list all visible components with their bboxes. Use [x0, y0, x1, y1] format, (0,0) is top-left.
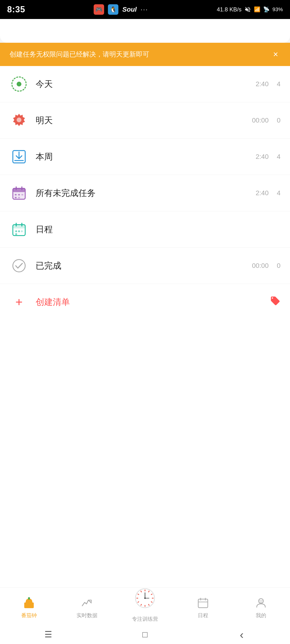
game-app-icon: 🎮 [94, 4, 104, 15]
notification-close-button[interactable]: × [271, 50, 280, 59]
thisweek-label: 本周 [36, 151, 256, 163]
status-bar: 8:35 🎮 🐧 Soul ··· 41.8 KB/s 📶 📡 93% [0, 0, 290, 19]
battery-icon: 93% [272, 6, 283, 12]
top-white-area [0, 19, 290, 43]
tomorrow-meta: 00:00 0 [252, 116, 280, 124]
soul-app-label: Soul [122, 6, 137, 13]
system-menu-button[interactable]: ☰ [41, 630, 55, 639]
signal-icon: 📶 [254, 6, 260, 12]
notification-banner: 创建任务无权限问题已经解决，请明天更新即可 × [0, 43, 290, 66]
schedule-icon-shape [12, 222, 27, 237]
create-list-item[interactable]: + 创建清单 [0, 284, 290, 320]
nav-item-tomato[interactable]: 番茄钟 [0, 596, 58, 619]
svg-point-48 [259, 600, 260, 601]
today-icon-shape [12, 76, 27, 92]
home-icon: □ [142, 630, 148, 640]
completed-time: 00:00 [252, 262, 269, 270]
thisweek-meta: 2:40 4 [256, 153, 281, 160]
list-item-schedule[interactable]: 日程 [0, 211, 290, 248]
alltasks-label: 所有未完成任务 [36, 187, 256, 199]
thisweek-icon-shape [12, 149, 27, 164]
nav-item-mine[interactable]: 我的 [232, 596, 290, 619]
tomorrow-count: 0 [273, 116, 280, 124]
realtime-nav-label: 实时数据 [77, 612, 98, 619]
svg-point-23 [13, 260, 25, 272]
alltasks-count: 4 [273, 189, 280, 197]
list-item-thisweek[interactable]: 本周 2:40 4 [0, 139, 290, 175]
create-plus-icon: + [10, 292, 29, 312]
svg-rect-14 [18, 197, 20, 198]
svg-point-1 [17, 118, 22, 122]
list-item-tomorrow[interactable]: 明天 00:00 0 [0, 102, 290, 139]
today-meta: 2:40 4 [256, 80, 281, 88]
thisweek-count: 4 [273, 153, 280, 160]
schedule-nav-icon [196, 596, 210, 610]
system-home-button[interactable]: □ [138, 630, 152, 639]
tomorrow-icon-shape [12, 113, 27, 128]
svg-point-42 [144, 598, 146, 599]
tag-icon [270, 296, 280, 308]
completed-meta: 00:00 0 [252, 262, 280, 270]
thisweek-icon [10, 147, 29, 166]
svg-rect-43 [198, 599, 208, 608]
focus-nav-label: 专注训练营 [132, 616, 158, 623]
tomorrow-label: 明天 [36, 115, 252, 126]
svg-point-19 [15, 230, 17, 232]
bottom-navigation: 番茄钟 实时数据 [0, 587, 290, 625]
mine-nav-icon [254, 596, 268, 610]
mine-nav-label: 我的 [256, 612, 266, 619]
alltasks-meta: 2:40 4 [256, 189, 281, 197]
menu-icon: ☰ [45, 630, 52, 640]
network-speed: 41.8 KB/s [217, 7, 241, 12]
schedule-icon [10, 220, 29, 239]
tomorrow-icon [10, 111, 29, 130]
main-content: 今天 2:40 4 明天 00:00 0 [0, 66, 290, 644]
svg-rect-12 [22, 194, 23, 196]
status-right-icons: 41.8 KB/s 📶 📡 93% [217, 6, 283, 13]
svg-point-49 [261, 600, 262, 601]
notification-message: 创建任务无权限问题已经解决，请明天更新即可 [10, 50, 271, 59]
svg-rect-11 [18, 194, 20, 196]
back-icon: ‹ [240, 628, 244, 641]
list-item-alltasks[interactable]: 所有未完成任务 2:40 4 [0, 175, 290, 211]
svg-point-47 [259, 599, 263, 604]
nav-item-schedule[interactable]: 日程 [174, 596, 232, 619]
completed-icon-shape [12, 258, 27, 273]
alltasks-time: 2:40 [256, 189, 269, 197]
svg-rect-24 [24, 602, 34, 608]
content-spacer [0, 320, 290, 510]
svg-rect-7 [13, 188, 25, 192]
tomato-nav-label: 番茄钟 [21, 612, 37, 619]
volume-off-icon [244, 6, 251, 13]
nav-item-realtime[interactable]: 实时数据 [58, 596, 116, 619]
nav-item-focus[interactable]: 专注训练营 [116, 592, 174, 623]
system-navigation-bar: ☰ □ ‹ [0, 625, 290, 644]
system-back-button[interactable]: ‹ [235, 630, 249, 639]
alltasks-icon [10, 184, 29, 202]
overflow-menu[interactable]: ··· [140, 6, 148, 13]
tomorrow-time: 00:00 [252, 116, 269, 124]
list-item-today[interactable]: 今天 2:40 4 [0, 66, 290, 102]
qq-app-icon: 🐧 [108, 4, 118, 15]
schedule-label: 日程 [36, 224, 269, 235]
svg-point-20 [18, 230, 20, 232]
svg-rect-16 [13, 225, 25, 228]
today-count: 4 [273, 80, 280, 88]
svg-rect-25 [28, 597, 30, 600]
create-list-label: 创建清单 [36, 296, 270, 308]
list-item-completed[interactable]: 已完成 00:00 0 [0, 248, 290, 284]
status-time: 8:35 [7, 4, 25, 14]
completed-label: 已完成 [36, 260, 252, 272]
svg-rect-13 [15, 197, 17, 198]
today-label: 今天 [36, 78, 256, 90]
wifi-icon: 📡 [263, 6, 269, 12]
svg-point-21 [21, 230, 23, 232]
thisweek-time: 2:40 [256, 153, 269, 160]
status-app-icons: 🎮 🐧 Soul ··· [94, 4, 148, 15]
realtime-nav-icon [80, 596, 94, 610]
svg-point-22 [15, 233, 17, 235]
focus-nav-icon [134, 588, 156, 609]
today-icon [10, 74, 29, 94]
svg-rect-10 [15, 194, 17, 196]
schedule-nav-label: 日程 [198, 612, 208, 619]
